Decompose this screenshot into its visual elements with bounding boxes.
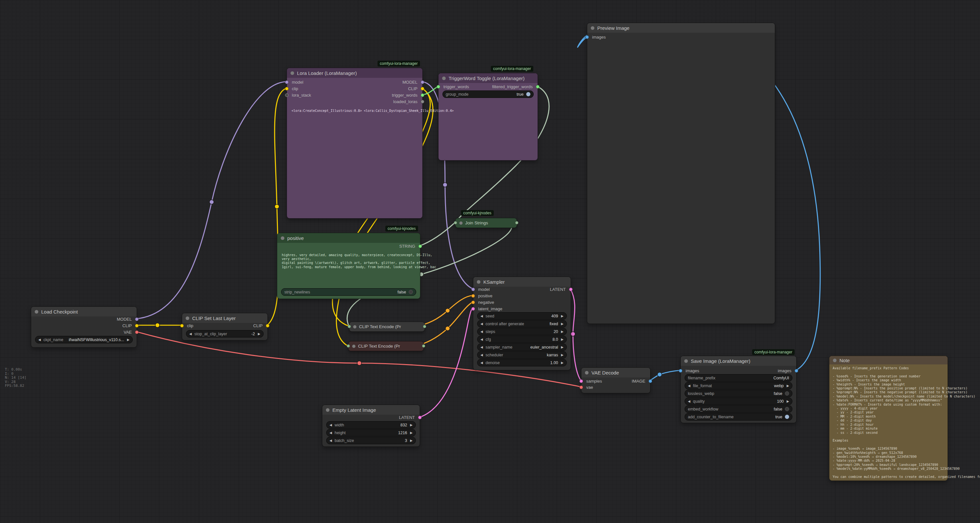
node-title-bar[interactable]: Load Checkpoint — [31, 307, 137, 317]
combo-left-arrow[interactable]: ◀ — [329, 423, 332, 427]
reroute-dot[interactable] — [357, 361, 362, 365]
node-title-bar[interactable]: TriggerWord Toggle (LoraManager) — [439, 73, 538, 83]
widget-file-format[interactable]: ◀ file_format webp ▶ — [685, 382, 792, 390]
node-clip-set-last-layer[interactable]: CLIP Set Last Layer clip CLIP ◀ stop_at_… — [182, 313, 268, 341]
node-note[interactable]: Note Available filename_prefix Pattern C… — [829, 356, 948, 481]
combo-left-arrow[interactable]: ◀ — [688, 400, 690, 403]
input-dot-latent-image[interactable] — [471, 307, 475, 311]
combo-right-arrow[interactable]: ▶ — [786, 400, 789, 403]
node-positive-string[interactable]: positive STRING highres, very detailed, … — [277, 233, 420, 299]
combo-left-arrow[interactable]: ◀ — [38, 338, 41, 341]
widget-embed-workflow[interactable]: embed_workflow false — [685, 405, 792, 413]
collapsed-input-dot[interactable] — [454, 221, 457, 224]
node-empty-latent-image[interactable]: Empty Latent Image LATENT ◀ width 832 ▶ … — [322, 405, 420, 447]
prompt-text[interactable]: highres, very detailed, amazing quality,… — [282, 253, 436, 269]
input-dot-clip[interactable] — [285, 87, 289, 90]
collapsed-output-dot[interactable] — [423, 325, 426, 328]
note-text[interactable]: Available filename_prefix Pattern Codes … — [833, 366, 980, 479]
output-dot-string[interactable] — [418, 244, 422, 248]
input-dot-vae[interactable] — [579, 385, 583, 389]
toggle-dot[interactable] — [526, 92, 530, 96]
input-dot-samples[interactable] — [579, 379, 583, 383]
node-title-bar[interactable]: VAE Decode — [581, 368, 650, 377]
node-title-bar[interactable]: Preview Image — [587, 23, 775, 33]
combo-left-arrow[interactable]: ◀ — [480, 338, 483, 341]
widget-control-after-generate[interactable]: ◀ control after generate fixed ▶ — [477, 320, 567, 328]
combo-left-arrow[interactable]: ◀ — [480, 330, 483, 333]
combo-right-arrow[interactable]: ▶ — [561, 345, 563, 349]
reroute-dot[interactable] — [571, 332, 575, 336]
toggle-dot[interactable] — [409, 290, 413, 294]
collapsed-input-dot[interactable] — [348, 325, 351, 328]
collapsed-output-dot[interactable] — [422, 344, 425, 347]
combo-right-arrow[interactable]: ▶ — [561, 314, 563, 318]
widget-cfg[interactable]: ◀ cfg 8.0 ▶ — [477, 336, 567, 343]
node-ksampler[interactable]: KSampler model LATENT positive negative … — [473, 277, 571, 370]
output-dot-filtered-trigger-words[interactable] — [536, 85, 539, 89]
node-title-bar[interactable]: CLIP Set Last Layer — [182, 313, 267, 323]
widget-height[interactable]: ◀ height 1216 ▶ — [326, 429, 416, 436]
combo-right-arrow[interactable]: ▶ — [561, 338, 563, 341]
combo-right-arrow[interactable]: ▶ — [561, 361, 563, 365]
input-dot-model[interactable] — [471, 288, 475, 291]
widget-steps[interactable]: ◀ steps 20 ▶ — [477, 328, 567, 335]
toggle-dot[interactable] — [785, 415, 789, 419]
node-title-bar[interactable]: Note — [829, 356, 948, 365]
input-dot-lora-stack[interactable] — [285, 94, 289, 97]
node-title-bar[interactable]: Lora Loader (LoraManager) — [287, 68, 422, 78]
combo-left-arrow[interactable]: ◀ — [480, 322, 483, 325]
combo-right-arrow[interactable]: ▶ — [561, 322, 563, 325]
output-dot-clip[interactable] — [135, 324, 138, 328]
combo-right-arrow[interactable]: ▶ — [410, 439, 412, 442]
node-title-bar[interactable]: KSampler — [473, 277, 571, 287]
reroute-dot[interactable] — [445, 308, 450, 313]
output-dot-model[interactable] — [421, 81, 424, 84]
node-title-bar[interactable]: Empty Latent Image — [322, 405, 420, 415]
output-dot-vae[interactable] — [135, 330, 138, 334]
combo-left-arrow[interactable]: ◀ — [480, 345, 483, 349]
input-dot-negative[interactable] — [471, 301, 475, 304]
widget-add-counter-to-filename[interactable]: add_counter_to_filename true — [685, 413, 792, 420]
output-dot-images[interactable] — [795, 369, 798, 372]
reroute-dot[interactable] — [209, 200, 214, 204]
input-dot-positive[interactable] — [471, 294, 475, 298]
node-graph-canvas[interactable]: Preview Image images TriggerWord Toggle … — [0, 0, 980, 523]
widget-lossless-webp[interactable]: lossless_webp false — [685, 390, 792, 397]
combo-left-arrow[interactable]: ◀ — [480, 353, 483, 357]
output-dot-clip[interactable] — [421, 87, 424, 90]
node-join-strings[interactable]: Join Strings — [455, 218, 517, 228]
combo-left-arrow[interactable]: ◀ — [189, 332, 192, 336]
node-lora-loader[interactable]: Lora Loader (LoraManager) model MODEL cl… — [286, 68, 423, 219]
combo-right-arrow[interactable]: ▶ — [561, 330, 563, 333]
node-vae-decode[interactable]: VAE Decode samples IMAGE vae — [581, 368, 651, 393]
widget-stop-at-clip-layer[interactable]: ◀ stop_at_clip_layer -2 ▶ — [186, 330, 264, 338]
widget-sampler-name[interactable]: ◀ sampler_name euler_ancestral ▶ — [477, 343, 567, 351]
widget-denoise[interactable]: ◀ denoise 1.00 ▶ — [477, 359, 567, 366]
combo-right-arrow[interactable]: ▶ — [786, 384, 789, 387]
collapsed-output-dot[interactable] — [515, 221, 519, 224]
combo-right-arrow[interactable]: ▶ — [410, 431, 412, 434]
toggle-dot[interactable] — [785, 391, 789, 396]
widget-group-mode[interactable]: group_mode true — [442, 90, 534, 98]
output-dot-trigger-words[interactable] — [421, 94, 424, 97]
node-triggerword-toggle[interactable]: TriggerWord Toggle (LoraManager) trigger… — [438, 73, 538, 160]
combo-left-arrow[interactable]: ◀ — [329, 439, 332, 442]
widget-filename-prefix[interactable]: filename_prefix ComfyUI — [685, 374, 792, 382]
widget-batch-size[interactable]: ◀ batch_size 3 ▶ — [326, 437, 416, 444]
node-title-bar[interactable]: Save Image (LoraManager) — [681, 356, 796, 366]
combo-left-arrow[interactable]: ◀ — [688, 384, 690, 387]
output-dot-loaded-loras[interactable] — [421, 100, 424, 103]
node-save-image[interactable]: Save Image (LoraManager) images images f… — [680, 356, 797, 423]
input-dot-trigger-words[interactable] — [437, 85, 440, 89]
lora-syntax-text[interactable]: <lora:CreateConcept_Illustrious:0.8> <lo… — [291, 109, 454, 113]
input-dot-model[interactable] — [285, 81, 289, 84]
input-dot-clip[interactable] — [180, 324, 184, 328]
combo-left-arrow[interactable]: ◀ — [329, 431, 332, 434]
node-title-bar[interactable]: positive — [277, 233, 420, 243]
reroute-dot[interactable] — [443, 182, 447, 187]
toggle-dot[interactable] — [785, 407, 789, 411]
output-dot-image[interactable] — [649, 379, 652, 383]
widget-quality[interactable]: ◀ quality 100 ▶ — [685, 398, 792, 405]
node-preview-image[interactable]: Preview Image images — [587, 23, 775, 324]
combo-right-arrow[interactable]: ▶ — [258, 332, 260, 336]
